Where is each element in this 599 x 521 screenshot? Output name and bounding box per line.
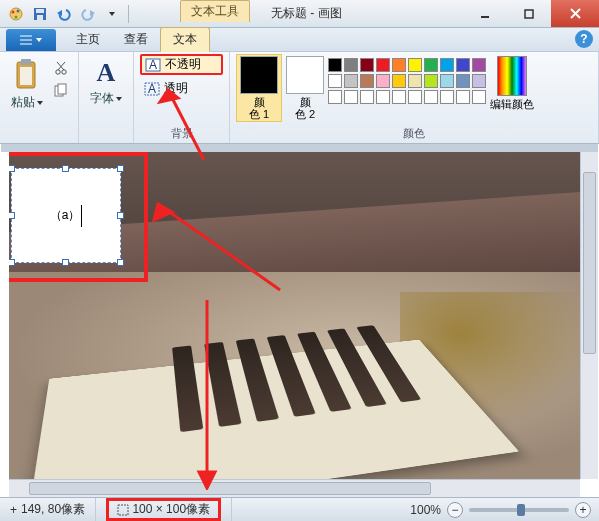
palette-swatch[interactable] xyxy=(344,58,358,72)
svg-text:A: A xyxy=(149,58,157,72)
edit-colors-button[interactable]: 编辑颜色 xyxy=(490,54,534,110)
svg-rect-6 xyxy=(37,15,43,20)
rainbow-icon xyxy=(497,56,527,96)
quick-access-toolbar xyxy=(0,0,137,27)
zoom-out-button[interactable]: − xyxy=(447,502,463,518)
opaque-label: 不透明 xyxy=(165,56,201,73)
svg-point-3 xyxy=(15,15,18,18)
work-area: （a） xyxy=(1,144,598,497)
palette-swatch-empty[interactable] xyxy=(360,90,374,104)
svg-rect-24 xyxy=(58,84,66,94)
svg-rect-35 xyxy=(118,505,128,515)
annotation-arrow-2 xyxy=(140,190,290,300)
document-title: 无标题 - 画图 xyxy=(271,5,342,22)
palette-swatch[interactable] xyxy=(424,58,438,72)
color2-swatch xyxy=(286,56,324,94)
close-button[interactable] xyxy=(551,0,599,27)
opaque-button[interactable]: A 不透明 xyxy=(140,54,223,75)
svg-rect-18 xyxy=(20,67,32,85)
svg-line-22 xyxy=(57,62,64,70)
palette-swatch[interactable] xyxy=(360,58,374,72)
svg-marker-32 xyxy=(154,204,172,220)
redo-button[interactable] xyxy=(77,3,99,25)
palette-swatch[interactable] xyxy=(456,58,470,72)
palette-swatch-empty[interactable] xyxy=(424,90,438,104)
copy-button[interactable] xyxy=(50,80,72,100)
palette-swatch[interactable] xyxy=(376,74,390,88)
palette-swatch[interactable] xyxy=(440,58,454,72)
crosshair-icon: + xyxy=(10,503,17,517)
color1-button[interactable]: 颜 色 1 xyxy=(236,54,282,122)
palette-swatch-empty[interactable] xyxy=(440,90,454,104)
palette-swatch[interactable] xyxy=(440,74,454,88)
svg-rect-5 xyxy=(36,9,44,13)
svg-point-19 xyxy=(56,70,60,74)
canvas[interactable]: （a） xyxy=(9,152,580,479)
save-button[interactable] xyxy=(29,3,51,25)
svg-rect-17 xyxy=(21,59,31,65)
opaque-icon: A xyxy=(145,58,161,72)
palette-swatch[interactable] xyxy=(392,74,406,88)
palette-swatch-empty[interactable] xyxy=(392,90,406,104)
status-bar: + 149, 80像素 100 × 100像素 100% − + xyxy=(0,497,599,521)
selection-size-icon xyxy=(117,504,129,516)
palette-swatch-empty[interactable] xyxy=(456,90,470,104)
ribbon: 粘贴 A 字体 A 不透明 A 透明 xyxy=(0,52,599,144)
palette-swatch-empty[interactable] xyxy=(344,90,358,104)
scrollbar-horizontal[interactable] xyxy=(9,479,580,497)
palette-swatch[interactable] xyxy=(344,74,358,88)
scrollbar-vertical[interactable] xyxy=(580,152,598,479)
tab-view[interactable]: 查看 xyxy=(112,28,160,51)
palette-swatch[interactable] xyxy=(456,74,470,88)
maximize-button[interactable] xyxy=(507,0,551,27)
palette-swatch-empty[interactable] xyxy=(472,90,486,104)
palette-swatch-empty[interactable] xyxy=(408,90,422,104)
cut-button[interactable] xyxy=(50,58,72,78)
palette-swatch[interactable] xyxy=(328,74,342,88)
palette-swatch[interactable] xyxy=(472,74,486,88)
undo-button[interactable] xyxy=(53,3,75,25)
palette-swatch[interactable] xyxy=(472,58,486,72)
window-controls xyxy=(463,0,599,27)
svg-point-2 xyxy=(17,9,20,12)
svg-point-1 xyxy=(12,10,15,13)
text-input-box[interactable]: （a） xyxy=(11,168,121,263)
ruler xyxy=(1,144,598,152)
zoom-level: 100% xyxy=(410,503,441,517)
palette-swatch-empty[interactable] xyxy=(376,90,390,104)
minimize-button[interactable] xyxy=(463,0,507,27)
tab-text[interactable]: 文本 xyxy=(160,27,210,52)
app-icon xyxy=(5,3,27,25)
palette-swatch[interactable] xyxy=(424,74,438,88)
svg-rect-10 xyxy=(525,10,533,18)
file-menu-button[interactable] xyxy=(6,29,56,51)
ribbon-tab-row: 主页 查看 文本 ? xyxy=(0,28,599,52)
qat-customize-button[interactable] xyxy=(101,3,123,25)
svg-marker-30 xyxy=(160,90,178,102)
palette-swatch[interactable] xyxy=(408,74,422,88)
annotation-arrow-1 xyxy=(154,80,214,170)
color2-button[interactable]: 颜 色 2 xyxy=(286,54,324,120)
zoom-in-button[interactable]: + xyxy=(575,502,591,518)
palette-swatch[interactable] xyxy=(328,58,342,72)
palette-swatch[interactable] xyxy=(376,58,390,72)
svg-line-31 xyxy=(158,204,280,290)
palette-swatch[interactable] xyxy=(392,58,406,72)
group-clipboard: 粘贴 xyxy=(0,52,79,143)
group-label-colors: 颜色 xyxy=(236,124,592,141)
palette-swatch-empty[interactable] xyxy=(328,90,342,104)
group-label-font xyxy=(85,139,127,141)
group-label-clipboard xyxy=(6,139,72,141)
svg-point-20 xyxy=(62,70,66,74)
font-button[interactable]: A 字体 xyxy=(85,54,127,107)
tab-home[interactable]: 主页 xyxy=(64,28,112,51)
palette-swatch[interactable] xyxy=(360,74,374,88)
paste-button[interactable]: 粘贴 xyxy=(6,54,48,111)
palette-swatch[interactable] xyxy=(408,58,422,72)
color-palette xyxy=(328,54,486,104)
help-button[interactable]: ? xyxy=(575,30,593,48)
text-input-content: （a） xyxy=(50,207,81,224)
status-selection-size: 100 × 100像素 xyxy=(96,498,232,521)
zoom-slider[interactable] xyxy=(469,508,569,512)
group-colors: 颜 色 1 颜 色 2 编辑颜色 颜色 xyxy=(230,52,599,143)
